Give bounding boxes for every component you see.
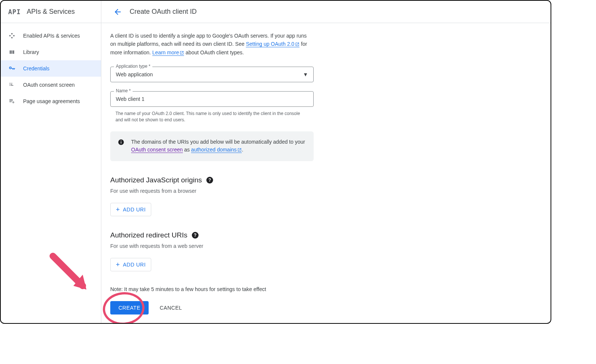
section-redirect-title: Authorized redirect URIs ? bbox=[110, 231, 542, 239]
page-title: Create OAuth client ID bbox=[130, 8, 197, 16]
section-js-origins-title: Authorized JavaScript origins ? bbox=[110, 176, 542, 184]
app-type-label: Application type * bbox=[114, 64, 152, 69]
link-consent-screen[interactable]: OAuth consent screen bbox=[131, 147, 183, 153]
chevron-down-icon: ▼ bbox=[303, 71, 308, 77]
nav-page-usage[interactable]: Page usage agreements bbox=[1, 93, 101, 109]
nav-label: Enabled APIs & services bbox=[23, 33, 80, 39]
action-buttons: CREATE CANCEL bbox=[110, 301, 542, 314]
app-type-value: Web application bbox=[116, 71, 153, 77]
nav-credentials[interactable]: Credentials bbox=[1, 60, 101, 77]
svg-point-2 bbox=[121, 140, 121, 141]
info-icon bbox=[118, 139, 124, 146]
intro-text: A client ID is used to identify a single… bbox=[110, 32, 314, 58]
info-text: The domains of the URIs you add below wi… bbox=[131, 138, 306, 154]
name-input[interactable] bbox=[110, 91, 314, 107]
field-app-type: Application type * Web application ▼ bbox=[110, 67, 314, 82]
main: Create OAuth client ID A client ID is us… bbox=[101, 1, 551, 323]
create-button[interactable]: CREATE bbox=[110, 301, 149, 314]
sidebar-title: APIs & Services bbox=[27, 8, 75, 16]
add-uri-js-button[interactable]: + ADD URI bbox=[110, 203, 151, 216]
external-link-icon bbox=[180, 50, 184, 58]
nav-label: OAuth consent screen bbox=[23, 82, 75, 88]
api-logo: API bbox=[8, 8, 21, 16]
nav-library[interactable]: Library bbox=[1, 44, 101, 60]
external-link-icon bbox=[295, 41, 299, 49]
sidebar-header: API APIs & Services bbox=[1, 1, 101, 23]
back-button[interactable] bbox=[110, 4, 125, 19]
app-type-select[interactable]: Web application ▼ bbox=[110, 67, 314, 82]
svg-rect-1 bbox=[121, 141, 121, 143]
consent-icon bbox=[8, 81, 16, 89]
plus-icon: + bbox=[116, 261, 120, 268]
name-label: Name * bbox=[114, 88, 133, 93]
nav-label: Credentials bbox=[23, 66, 50, 71]
sidebar: API APIs & Services Enabled APIs & servi… bbox=[1, 1, 101, 323]
content: A client ID is used to identify a single… bbox=[101, 23, 551, 323]
nav-label: Library bbox=[23, 49, 39, 55]
add-uri-redirect-button[interactable]: + ADD URI bbox=[110, 258, 151, 271]
section-js-origins-sub: For use with requests from a browser bbox=[110, 188, 542, 194]
library-icon bbox=[8, 48, 16, 56]
note-text: Note: It may take 5 minutes to a few hou… bbox=[110, 286, 542, 292]
nav-label: Page usage agreements bbox=[23, 98, 80, 104]
name-help-text: The name of your OAuth 2.0 client. This … bbox=[110, 110, 314, 124]
arrow-left-icon bbox=[113, 7, 122, 16]
sidebar-nav: Enabled APIs & services Library Credenti… bbox=[1, 23, 101, 109]
section-redirect-sub: For use with requests from a web server bbox=[110, 243, 542, 249]
help-icon[interactable]: ? bbox=[206, 177, 213, 183]
help-icon[interactable]: ? bbox=[192, 232, 199, 239]
link-learn-more[interactable]: Learn more bbox=[152, 50, 184, 56]
nav-consent-screen[interactable]: OAuth consent screen bbox=[1, 77, 101, 93]
cancel-button[interactable]: CANCEL bbox=[160, 305, 182, 311]
diamond-icon bbox=[8, 32, 16, 39]
info-box: The domains of the URIs you add below wi… bbox=[110, 131, 314, 161]
main-header: Create OAuth client ID bbox=[101, 1, 551, 23]
link-setting-up-oauth[interactable]: Setting up OAuth 2.0 bbox=[246, 41, 299, 47]
key-icon bbox=[8, 65, 16, 72]
settings-list-icon bbox=[8, 98, 16, 105]
plus-icon: + bbox=[116, 206, 120, 213]
link-authorized-domains[interactable]: authorized domains bbox=[191, 147, 242, 153]
external-link-icon bbox=[237, 147, 242, 154]
nav-enabled-apis[interactable]: Enabled APIs & services bbox=[1, 28, 101, 44]
field-name: Name * bbox=[110, 91, 314, 107]
